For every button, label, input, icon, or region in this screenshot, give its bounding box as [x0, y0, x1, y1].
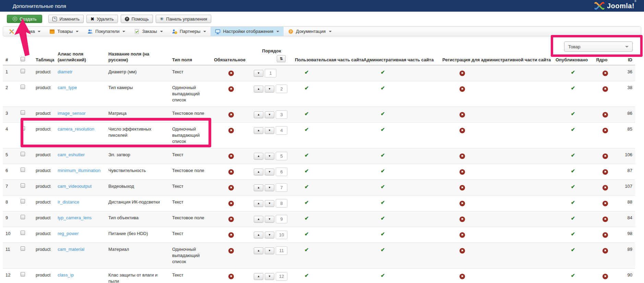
required-off-icon[interactable]: ✖ — [228, 112, 234, 118]
field-alias-link[interactable]: cam_type — [58, 85, 77, 90]
field-alias-link[interactable]: typ_camera_lens — [58, 215, 92, 220]
menu-item-orders[interactable]: Заказы — [130, 27, 167, 36]
field-alias-link[interactable]: camera_resolution — [58, 126, 94, 132]
row-checkbox[interactable] — [21, 69, 25, 73]
site-user-on-icon[interactable]: ✔ — [305, 152, 309, 158]
order-down-button[interactable]: ▼ — [265, 273, 274, 280]
admin-reg-off-icon[interactable]: ✖ — [460, 169, 465, 175]
published-on-icon[interactable]: ✔ — [571, 215, 575, 221]
row-checkbox[interactable] — [21, 199, 25, 204]
site-admin-on-icon[interactable]: ✔ — [381, 199, 385, 205]
order-down-button[interactable]: ▼ — [265, 232, 274, 238]
menu-item-products[interactable]: Товары — [45, 27, 83, 36]
order-down-button[interactable]: ▼ — [265, 184, 274, 191]
admin-reg-off-icon[interactable]: ✖ — [460, 153, 465, 159]
order-input[interactable] — [276, 168, 287, 176]
required-off-icon[interactable]: ✖ — [228, 274, 234, 279]
order-up-button[interactable]: ▲ — [254, 86, 263, 93]
order-input[interactable] — [276, 126, 287, 135]
row-checkbox[interactable] — [21, 215, 25, 219]
core-off-icon[interactable]: ✖ — [603, 128, 608, 133]
order-down-button[interactable]: ▼ — [265, 200, 274, 207]
order-input[interactable] — [276, 152, 287, 160]
required-off-icon[interactable]: ✖ — [228, 232, 234, 238]
field-alias-link[interactable]: diametr — [58, 69, 72, 74]
published-on-icon[interactable]: ✔ — [571, 168, 575, 174]
order-up-button[interactable]: ▲ — [254, 153, 263, 160]
row-checkbox[interactable] — [21, 126, 25, 131]
published-on-icon[interactable]: ✔ — [571, 152, 575, 158]
order-down-button[interactable]: ▼ — [254, 70, 263, 77]
site-user-on-icon[interactable]: ✔ — [305, 272, 309, 278]
site-admin-on-icon[interactable]: ✔ — [381, 215, 385, 221]
order-input[interactable] — [276, 199, 287, 208]
site-admin-on-icon[interactable]: ✔ — [381, 111, 385, 116]
field-alias-link[interactable]: reg_power — [58, 231, 79, 236]
help-button[interactable]: ? Помощь — [121, 15, 153, 23]
published-on-icon[interactable]: ✔ — [571, 199, 575, 205]
order-up-button[interactable]: ▲ — [254, 184, 263, 191]
core-off-icon[interactable]: ✖ — [603, 248, 608, 254]
control-panel-button[interactable]: ✳ Панель управления — [156, 15, 211, 23]
core-off-icon[interactable]: ✖ — [603, 153, 608, 159]
order-up-button[interactable]: ▲ — [254, 273, 263, 280]
required-off-icon[interactable]: ✖ — [228, 153, 234, 159]
create-button[interactable]: + Создать — [7, 15, 42, 23]
published-on-icon[interactable]: ✔ — [571, 126, 575, 132]
order-down-button[interactable]: ▼ — [265, 111, 274, 118]
admin-reg-off-icon[interactable]: ✖ — [460, 274, 465, 279]
site-user-on-icon[interactable]: ✔ — [305, 215, 309, 221]
site-user-on-icon[interactable]: ✔ — [305, 168, 309, 174]
order-input[interactable] — [276, 231, 287, 239]
order-up-button[interactable]: ▲ — [254, 200, 263, 207]
admin-reg-off-icon[interactable]: ✖ — [460, 201, 465, 206]
published-on-icon[interactable]: ✔ — [571, 85, 575, 91]
site-user-on-icon[interactable]: ✔ — [305, 126, 309, 132]
order-input[interactable] — [265, 69, 276, 77]
row-checkbox[interactable] — [21, 183, 25, 188]
order-down-button[interactable]: ▼ — [265, 153, 274, 160]
order-down-button[interactable]: ▼ — [265, 169, 274, 175]
site-admin-on-icon[interactable]: ✔ — [381, 152, 385, 158]
order-down-button[interactable]: ▼ — [265, 127, 274, 134]
field-alias-link[interactable]: ir_distance — [58, 199, 79, 205]
delete-button[interactable]: ✖ Удалить — [86, 15, 118, 23]
order-input[interactable] — [276, 215, 287, 223]
admin-reg-off-icon[interactable]: ✖ — [460, 217, 465, 222]
menu-item-system[interactable]: Система — [4, 27, 45, 36]
published-on-icon[interactable]: ✔ — [571, 184, 575, 189]
order-up-button[interactable]: ▲ — [254, 232, 263, 238]
core-off-icon[interactable]: ✖ — [603, 86, 608, 92]
published-on-icon[interactable]: ✔ — [571, 231, 575, 237]
filter-select[interactable]: Товар — [564, 41, 633, 52]
order-down-button[interactable]: ▼ — [265, 247, 274, 254]
row-checkbox[interactable] — [21, 85, 25, 89]
site-admin-on-icon[interactable]: ✔ — [381, 184, 385, 189]
required-off-icon[interactable]: ✖ — [228, 128, 234, 133]
site-admin-on-icon[interactable]: ✔ — [381, 247, 385, 253]
field-alias-link[interactable]: class_ip — [58, 272, 74, 278]
admin-reg-off-icon[interactable]: ✖ — [460, 232, 465, 238]
admin-reg-off-icon[interactable]: ✖ — [460, 248, 465, 254]
site-user-on-icon[interactable]: ✔ — [305, 231, 309, 237]
published-on-icon[interactable]: ✔ — [571, 111, 575, 116]
core-off-icon[interactable]: ✖ — [603, 169, 608, 175]
admin-reg-off-icon[interactable]: ✖ — [460, 185, 465, 190]
required-off-icon[interactable]: ✖ — [228, 248, 234, 254]
core-off-icon[interactable]: ✖ — [603, 71, 608, 76]
required-off-icon[interactable]: ✖ — [228, 185, 234, 190]
field-alias-link[interactable]: cam_videooutput — [58, 184, 92, 189]
field-alias-link[interactable]: image_sensor — [58, 111, 86, 116]
menu-item-display-settings[interactable]: Настройки отображения — [211, 27, 284, 36]
row-checkbox[interactable] — [21, 231, 25, 235]
field-alias-link[interactable]: minimum_illumination — [58, 168, 100, 173]
order-down-button[interactable]: ▼ — [265, 86, 274, 93]
site-user-on-icon[interactable]: ✔ — [305, 184, 309, 189]
field-alias-link[interactable]: cam_material — [58, 247, 84, 252]
admin-reg-off-icon[interactable]: ✖ — [460, 112, 465, 118]
published-on-icon[interactable]: ✔ — [571, 272, 575, 278]
row-checkbox[interactable] — [21, 110, 25, 115]
site-user-on-icon[interactable]: ✔ — [305, 111, 309, 116]
field-alias-link[interactable]: cam_eshutter — [58, 152, 85, 157]
order-up-button[interactable]: ▲ — [254, 216, 263, 223]
